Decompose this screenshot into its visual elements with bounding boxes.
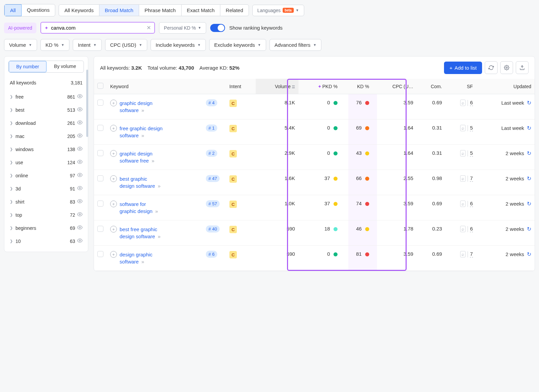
- sidebar-item-beginners[interactable]: ❯ beginners 69: [8, 221, 84, 235]
- refresh-row-icon[interactable]: ↻: [527, 100, 531, 106]
- sparkle-icon: ✦: [318, 84, 322, 89]
- sidebar-item-free[interactable]: ❯ free 861: [8, 90, 84, 103]
- tab-all-keywords[interactable]: All Keywords: [59, 5, 99, 16]
- export-button[interactable]: [516, 61, 529, 74]
- personal-kd-select[interactable]: Personal KD % ▼: [159, 22, 207, 34]
- refresh-row-icon[interactable]: ↻: [527, 201, 531, 207]
- eye-icon[interactable]: [77, 185, 83, 192]
- row-checkbox[interactable]: [97, 251, 103, 257]
- col-pkd[interactable]: ✦PKD %: [298, 79, 341, 94]
- eye-icon[interactable]: [77, 94, 83, 100]
- eye-icon[interactable]: [77, 212, 83, 218]
- refresh-row-icon[interactable]: ↻: [527, 251, 531, 257]
- keyword-link[interactable]: graphic design software: [120, 100, 153, 113]
- expand-icon[interactable]: +: [110, 100, 117, 106]
- col-cpc[interactable]: CPC (U…: [373, 79, 417, 94]
- serp-icon[interactable]: ⌕: [460, 125, 466, 131]
- col-intent[interactable]: Intent: [226, 79, 256, 94]
- refresh-row-icon[interactable]: ↻: [527, 150, 531, 156]
- sidebar-item-top[interactable]: ❯ top 72: [8, 208, 84, 221]
- sidebar-tab-volume[interactable]: By volume: [46, 61, 84, 72]
- col-updated[interactable]: Updated: [476, 79, 535, 94]
- eye-icon[interactable]: [77, 146, 83, 152]
- row-checkbox[interactable]: [97, 150, 103, 156]
- filter-volume[interactable]: Volume▼: [4, 39, 37, 51]
- cpc-cell: 1.78: [373, 220, 417, 246]
- refresh-button[interactable]: [485, 61, 498, 74]
- expand-icon[interactable]: +: [110, 201, 117, 207]
- sidebar-item-use[interactable]: ❯ use 124: [8, 156, 84, 169]
- col-sf[interactable]: SF: [445, 79, 476, 94]
- tab-questions[interactable]: Questions: [22, 4, 55, 16]
- keyword-link[interactable]: design graphic software: [120, 252, 153, 264]
- select-all-checkbox[interactable]: [97, 83, 103, 89]
- sidebar-item-mac[interactable]: ❯ mac 205: [8, 130, 84, 143]
- eye-icon[interactable]: [77, 238, 83, 244]
- eye-icon[interactable]: [77, 172, 83, 179]
- tab-broad-match[interactable]: Broad Match: [99, 5, 139, 16]
- eye-icon[interactable]: [77, 120, 83, 126]
- col-keyword[interactable]: Keyword: [107, 79, 202, 94]
- filter-exclude-keywords[interactable]: Exclude keywords▼: [209, 39, 266, 51]
- serp-icon[interactable]: ⌕: [460, 251, 466, 257]
- serp-icon[interactable]: ⌕: [460, 226, 466, 232]
- tab-group-1: All Questions: [4, 4, 55, 16]
- sidebar-item-best[interactable]: ❯ best 513: [8, 103, 84, 116]
- col-kd[interactable]: KD %: [341, 79, 373, 94]
- tab-phrase-match[interactable]: Phrase Match: [139, 5, 182, 16]
- eye-icon[interactable]: [77, 133, 83, 139]
- tab-related[interactable]: Related: [220, 5, 249, 16]
- sidebar-scrollbar[interactable]: [86, 70, 88, 271]
- expand-icon[interactable]: +: [110, 150, 117, 157]
- sidebar-item-download[interactable]: ❯ download 261: [8, 116, 84, 130]
- clear-icon[interactable]: ✕: [147, 25, 151, 31]
- serp-icon[interactable]: ⌕: [460, 201, 466, 207]
- row-checkbox[interactable]: [97, 226, 103, 232]
- keyword-link[interactable]: software for graphic design: [120, 201, 153, 214]
- search-input[interactable]: [51, 25, 144, 31]
- show-ranking-toggle[interactable]: [210, 24, 225, 32]
- tab-exact-match[interactable]: Exact Match: [182, 5, 221, 16]
- sidebar-item-10[interactable]: ❯ 10 63: [8, 235, 84, 248]
- filter-kd-[interactable]: KD %▼: [40, 39, 69, 51]
- keyword-link[interactable]: graphic design software free: [120, 151, 153, 164]
- kd-dot-icon: [365, 227, 369, 231]
- row-checkbox[interactable]: [97, 175, 103, 181]
- sidebar-item-online[interactable]: ❯ online 97: [8, 169, 84, 182]
- row-checkbox[interactable]: [97, 125, 103, 131]
- col-volume[interactable]: Volume☰: [256, 79, 298, 94]
- sidebar-tab-number[interactable]: By number: [9, 61, 46, 72]
- sidebar-item-label: 3d: [15, 186, 21, 191]
- pkd-cell: 0: [298, 145, 341, 170]
- add-to-list-button[interactable]: + Add to list: [444, 62, 482, 74]
- refresh-row-icon[interactable]: ↻: [527, 125, 531, 131]
- refresh-row-icon[interactable]: ↻: [527, 176, 531, 181]
- serp-icon[interactable]: ⌕: [460, 100, 466, 106]
- filter-advanced-filters[interactable]: Advanced filters▼: [270, 39, 322, 51]
- sidebar-item-windows[interactable]: ❯ windows 138: [8, 143, 84, 156]
- eye-icon[interactable]: [77, 159, 83, 166]
- expand-icon[interactable]: +: [110, 226, 117, 233]
- filter-intent[interactable]: Intent▼: [73, 39, 101, 51]
- col-com[interactable]: Com.: [417, 79, 445, 94]
- serp-icon[interactable]: ⌕: [460, 150, 466, 156]
- tab-all[interactable]: All: [4, 4, 22, 16]
- refresh-row-icon[interactable]: ↻: [527, 226, 531, 232]
- row-checkbox[interactable]: [97, 201, 103, 207]
- keyword-link[interactable]: best graphic design software: [120, 176, 155, 189]
- eye-icon[interactable]: [77, 199, 83, 205]
- filter-cpc-usd-[interactable]: CPC (USD)▼: [105, 39, 147, 51]
- row-checkbox[interactable]: [97, 100, 103, 106]
- expand-icon[interactable]: +: [110, 175, 117, 182]
- eye-icon[interactable]: [77, 225, 83, 231]
- keyword-link[interactable]: best free graphic design software: [120, 226, 157, 239]
- languages-select[interactable]: Languages beta ▼: [252, 5, 304, 16]
- eye-icon[interactable]: [77, 107, 83, 113]
- expand-icon[interactable]: +: [110, 251, 117, 258]
- expand-icon[interactable]: +: [110, 125, 117, 132]
- filter-include-keywords[interactable]: Include keywords▼: [151, 39, 206, 51]
- serp-icon[interactable]: ⌕: [460, 175, 466, 182]
- settings-button[interactable]: [500, 61, 513, 74]
- sidebar-item-3d[interactable]: ❯ 3d 91: [8, 182, 84, 195]
- sidebar-item-shirt[interactable]: ❯ shirt 83: [8, 195, 84, 208]
